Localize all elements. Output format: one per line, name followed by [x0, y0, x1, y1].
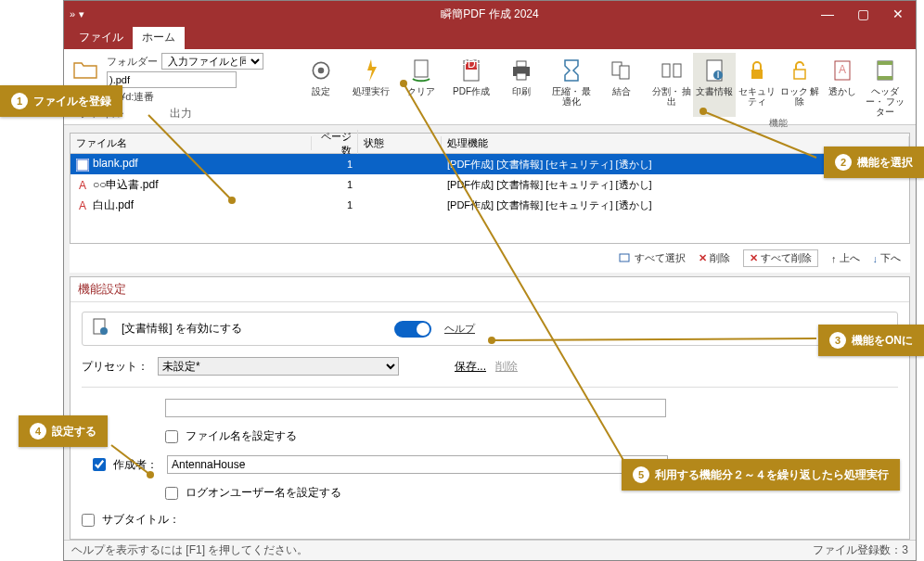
file-row[interactable]: A白山.pdf 1 [PDF作成] [文書情報] [セキュリティ] [透かし]	[71, 195, 909, 215]
move-down-button[interactable]: ↓下へ	[873, 251, 902, 265]
tab-file[interactable]: ファイル	[70, 26, 133, 49]
move-up-button[interactable]: ↑上へ	[831, 251, 860, 265]
svg-rect-29	[620, 254, 629, 261]
svg-text:i: i	[717, 68, 720, 81]
docinfo-enable-icon	[92, 318, 109, 339]
pdf-icon: A	[76, 179, 89, 192]
svg-rect-11	[662, 64, 670, 77]
x-icon: ✕	[699, 252, 707, 264]
select-all-icon	[619, 253, 632, 264]
help-link[interactable]: ヘルプ	[444, 322, 475, 336]
svg-text:A: A	[79, 179, 86, 192]
unlock-button[interactable]: ロック 解除	[778, 53, 821, 117]
svg-text:A: A	[79, 199, 86, 212]
col-pages[interactable]: ページ数	[312, 130, 358, 158]
compress-button[interactable]: 圧縮・ 最適化	[550, 53, 593, 107]
preset-save-link[interactable]: 保存...	[455, 359, 486, 375]
qat-dropdown-icon[interactable]: ▾	[79, 8, 84, 20]
enable-toggle[interactable]	[394, 321, 431, 338]
use-filename-checkbox[interactable]	[165, 430, 178, 443]
enable-label: [文書情報] を有効にする	[122, 321, 381, 337]
title-input[interactable]	[165, 399, 666, 417]
titlebar: » ▾ 瞬簡PDF 作成 2024 — ▢ ✕	[64, 1, 916, 27]
headerfooter-button[interactable]: ヘッダー・ フッター	[864, 53, 906, 117]
use-logon-checkbox[interactable]	[165, 487, 178, 500]
status-help-text: ヘルプを表示するには [F1] を押してください。	[71, 542, 308, 558]
menubar: ファイル ホーム	[64, 27, 916, 49]
print-button[interactable]: 印刷	[500, 53, 543, 96]
select-all-button[interactable]: すべて選択	[619, 251, 686, 265]
svg-rect-21	[878, 61, 892, 65]
svg-point-1	[318, 68, 325, 74]
folder-label: フォルダー	[107, 55, 158, 69]
preset-label: プリセット：	[82, 359, 148, 375]
execute-button[interactable]: 処理実行	[350, 53, 392, 96]
subtitle-label: サブタイトル：	[102, 512, 180, 528]
maximize-button[interactable]: ▢	[845, 1, 880, 27]
col-state[interactable]: 状態	[358, 136, 442, 150]
file-list-header: ファイル名 ページ数 状態 処理機能	[71, 134, 909, 154]
arrow-up-icon: ↑	[831, 253, 837, 264]
clear-button[interactable]: クリア	[400, 53, 443, 96]
annotation-3: 3機能をONに	[818, 325, 924, 356]
file-row[interactable]: blank.pdf 1 [PDF作成] [文書情報] [セキュリティ] [透かし…	[71, 154, 909, 174]
file-count: ファイル登録数：3	[813, 542, 908, 558]
svg-rect-17	[794, 70, 805, 79]
use-logon-label: ログオンユーザー名を設定する	[186, 485, 341, 501]
svg-rect-16	[751, 70, 763, 79]
subtitle-checkbox[interactable]	[82, 514, 95, 527]
x-icon: ✕	[750, 252, 758, 264]
annotation-5: 5利用する機能分２～４を繰り返したら処理実行	[622, 459, 900, 491]
annotation-1: 1ファイルを登録	[0, 85, 122, 117]
author-checkbox[interactable]	[93, 458, 106, 471]
settings-title: 機能設定	[71, 277, 909, 302]
split-button[interactable]: 分割・ 抽出	[650, 53, 693, 117]
use-filename-label: ファイル名を設定する	[186, 428, 297, 444]
group-output-label: 出力	[170, 106, 192, 121]
svg-text:A: A	[839, 63, 846, 76]
file-list-actions: すべて選択 ✕削除 ✕すべて削除 ↑上へ ↓下へ	[70, 244, 910, 273]
svg-rect-22	[878, 76, 892, 80]
author-label: 作成者：	[113, 457, 160, 473]
minimize-button[interactable]: —	[810, 1, 845, 27]
svg-rect-12	[674, 64, 681, 77]
annotation-2: 2機能を選択	[824, 147, 924, 178]
file-row[interactable]: A○○申込書.pdf 1 [PDF作成] [文書情報] [セキュリティ] [透か…	[71, 174, 909, 195]
delete-all-button[interactable]: ✕すべて削除	[743, 249, 818, 267]
group-func-label: 機能	[769, 117, 788, 130]
preset-delete-link: 削除	[495, 359, 518, 375]
filename-input[interactable]	[107, 71, 237, 88]
merge-button[interactable]: 結合	[600, 53, 643, 96]
close-button[interactable]: ✕	[880, 1, 916, 27]
svg-rect-23	[76, 159, 89, 172]
svg-point-31	[100, 327, 108, 335]
watermark-button[interactable]: A 透かし	[821, 53, 864, 117]
quick-access: » ▾	[70, 8, 84, 20]
svg-rect-2	[415, 60, 428, 77]
preset-select[interactable]: 未設定*	[158, 357, 399, 376]
col-filename[interactable]: ファイル名	[71, 136, 312, 150]
tab-home[interactable]: ホーム	[133, 26, 185, 49]
docinfo-button[interactable]: i 文書情報	[693, 53, 736, 117]
settings-button[interactable]: 設定	[300, 53, 342, 96]
statusbar: ヘルプを表示するには [F1] を押してください。 ファイル登録数：3	[64, 540, 916, 560]
folder-select[interactable]: 入力ファイルと同じ	[161, 53, 263, 70]
svg-text:PDF: PDF	[461, 58, 481, 70]
file-list: ファイル名 ページ数 状態 処理機能 blank.pdf 1 [PDF作成] […	[70, 133, 910, 244]
app-icon: »	[70, 8, 75, 19]
svg-rect-8	[517, 73, 526, 80]
author-input[interactable]	[167, 455, 668, 474]
pdf-icon: A	[76, 199, 89, 212]
open-folder-icon[interactable]	[70, 53, 101, 84]
arrow-down-icon: ↓	[873, 253, 879, 264]
window-title: 瞬簡PDF 作成 2024	[441, 6, 538, 22]
svg-rect-10	[620, 66, 629, 79]
delete-button[interactable]: ✕削除	[699, 251, 730, 265]
function-settings-panel: 機能設定 [文書情報] を有効にする ヘルプ プリセット： 未設定* 保存...…	[70, 276, 910, 540]
svg-rect-7	[517, 61, 526, 67]
pdf-icon	[76, 159, 89, 172]
ribbon: フォルダー 入力ファイルと同じ 名 ¥d:連番 ファイル 出力 設定	[64, 49, 916, 125]
security-button[interactable]: セキュリティ	[736, 53, 778, 117]
pdfcreate-button[interactable]: PDF PDF作成	[450, 53, 493, 96]
annotation-4: 4設定する	[19, 415, 108, 447]
